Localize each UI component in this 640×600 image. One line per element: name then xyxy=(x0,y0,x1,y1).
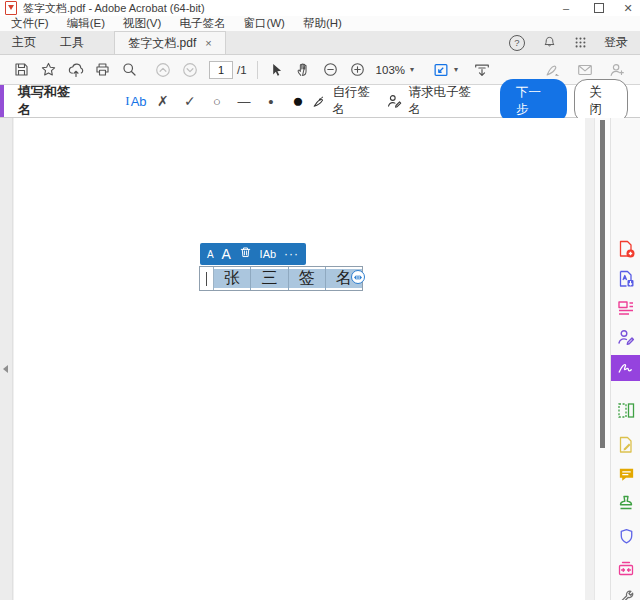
notifications-bell-icon[interactable] xyxy=(542,35,557,50)
cross-mark-tool[interactable]: ✗ xyxy=(149,89,176,113)
document-area: A A IAb ··· 张 三 签 名 xyxy=(0,118,640,600)
comb-cell-1[interactable]: 张 xyxy=(214,267,251,290)
protect-icon[interactable] xyxy=(615,525,637,547)
check-mark-tool[interactable]: ✓ xyxy=(176,89,203,113)
dot-tool[interactable]: • xyxy=(257,89,284,113)
select-tool-icon[interactable] xyxy=(263,58,290,82)
scrollbar-thumb[interactable] xyxy=(600,120,605,448)
page-number-input[interactable] xyxy=(209,61,233,79)
edit-document-icon[interactable] xyxy=(615,434,637,456)
page-count-label: /1 xyxy=(237,64,247,76)
comb-resize-handle[interactable] xyxy=(351,270,365,284)
zoom-level-select[interactable]: 103% ▾ xyxy=(371,64,419,76)
line-tool[interactable]: — xyxy=(230,89,257,113)
tab-close-icon[interactable]: × xyxy=(205,38,211,49)
create-pdf-icon[interactable] xyxy=(615,238,637,260)
request-signatures-icon xyxy=(386,92,403,110)
field-widget-toolbar: A A IAb ··· xyxy=(200,243,306,265)
search-icon[interactable] xyxy=(116,58,143,82)
add-text-tool[interactable]: IAb xyxy=(122,89,149,113)
vertical-scrollbar[interactable] xyxy=(594,118,610,600)
menu-file[interactable]: 文件(F) xyxy=(2,16,58,31)
title-bar: 签字文档.pdf - Adobe Acrobat (64-bit) – ✕ xyxy=(0,0,640,16)
circle-tool[interactable]: ○ xyxy=(203,89,230,113)
email-icon[interactable] xyxy=(571,58,598,82)
hand-tool-icon[interactable] xyxy=(290,58,317,82)
sign-yourself-button[interactable]: 自行签名 xyxy=(311,84,379,118)
organize-pages-icon[interactable] xyxy=(615,399,637,421)
menu-help[interactable]: 帮助(H) xyxy=(294,16,351,31)
zoom-in-icon[interactable] xyxy=(344,58,371,82)
comment-icon[interactable] xyxy=(615,463,637,485)
menu-view[interactable]: 视图(V) xyxy=(114,16,170,31)
menu-edit[interactable]: 编辑(E) xyxy=(58,16,114,31)
request-e-signatures-icon[interactable] xyxy=(615,326,637,348)
zoom-caret-icon: ▾ xyxy=(410,65,414,74)
previous-page-icon[interactable] xyxy=(149,58,176,82)
pdf-page[interactable] xyxy=(14,118,585,600)
toolbar-divider xyxy=(257,61,258,79)
compress-pdf-icon[interactable] xyxy=(615,558,637,580)
tab-bar-right: ? 登录 xyxy=(509,31,640,54)
increase-font-button[interactable]: A xyxy=(222,246,231,262)
export-pdf-icon[interactable] xyxy=(615,268,637,290)
next-step-button[interactable]: 下一步 xyxy=(500,79,567,123)
app-grid-icon[interactable] xyxy=(574,36,587,49)
tab-home[interactable]: 主页 xyxy=(0,31,48,54)
fit-page-caret-icon[interactable]: ▾ xyxy=(454,65,458,74)
tab-tools[interactable]: 工具 xyxy=(48,31,96,54)
menu-esign[interactable]: 电子签名 xyxy=(170,16,234,31)
sign-yourself-pen-icon xyxy=(311,93,327,110)
maximize-icon xyxy=(594,3,604,13)
fill-sign-accent-bar xyxy=(0,85,4,117)
next-page-icon[interactable] xyxy=(176,58,203,82)
toolbar-right-group xyxy=(539,58,640,82)
scroll-mode-icon[interactable] xyxy=(468,58,495,82)
add-tools-wrench-icon[interactable] xyxy=(615,586,637,600)
print-icon[interactable] xyxy=(89,58,116,82)
stamp-icon[interactable] xyxy=(615,492,637,514)
tab-bar: 主页 工具 签字文档.pdf × ? 登录 xyxy=(0,31,640,55)
sign-yourself-label: 自行签名 xyxy=(332,84,379,118)
star-favorite-icon[interactable] xyxy=(35,58,62,82)
comb-text-field[interactable]: 张 三 签 名 xyxy=(199,266,363,291)
left-panel-strip xyxy=(0,118,13,600)
more-options-button[interactable]: ··· xyxy=(284,247,299,261)
close-button[interactable]: ✕ xyxy=(619,0,637,16)
acrobat-pdf-icon xyxy=(5,1,17,15)
fill-sign-right-group: 自行签名 请求电子签名 下一步 关闭 xyxy=(311,79,640,123)
comb-resize-icon xyxy=(354,274,362,281)
decrease-font-button[interactable]: A xyxy=(207,249,214,260)
comb-cell-2[interactable]: 三 xyxy=(251,267,288,290)
right-tools-sidebar xyxy=(610,118,640,600)
comb-caret-cell[interactable] xyxy=(200,267,214,290)
help-icon[interactable]: ? xyxy=(509,35,525,51)
tab-document[interactable]: 签字文档.pdf × xyxy=(114,31,226,54)
minimize-button[interactable]: – xyxy=(557,0,575,16)
zoom-out-icon[interactable] xyxy=(317,58,344,82)
window-title: 签字文档.pdf - Adobe Acrobat (64-bit) xyxy=(23,1,205,16)
user-account-icon[interactable] xyxy=(603,58,630,82)
disc-tool[interactable]: ● xyxy=(284,89,311,113)
menu-bar: 文件(F) 编辑(E) 视图(V) 电子签名 窗口(W) 帮助(H) xyxy=(0,16,640,31)
request-signatures-label: 请求电子签名 xyxy=(408,84,479,118)
sign-in-link[interactable]: 登录 xyxy=(604,34,628,51)
sign-pen-icon[interactable] xyxy=(539,58,566,82)
collapse-panel-arrow-icon[interactable] xyxy=(3,365,8,373)
acrobat-window: 签字文档.pdf - Adobe Acrobat (64-bit) – ✕ 文件… xyxy=(0,0,640,600)
fill-and-sign-active-tool[interactable] xyxy=(611,355,640,381)
fill-sign-signature-icon xyxy=(617,360,635,376)
menu-window[interactable]: 窗口(W) xyxy=(234,16,294,31)
fill-sign-toolbar: 填写和签名 IAb ✗ ✓ ○ — • ● 自行签名 请求电子签名 下一步 关闭 xyxy=(0,85,640,118)
comb-cell-3[interactable]: 签 xyxy=(289,267,326,290)
fit-page-icon[interactable] xyxy=(427,58,454,82)
request-signatures-button[interactable]: 请求电子签名 xyxy=(386,84,479,118)
share-cloud-icon[interactable] xyxy=(62,58,89,82)
maximize-button[interactable] xyxy=(590,0,608,16)
text-style-button[interactable]: IAb xyxy=(260,248,277,260)
trash-icon xyxy=(239,245,252,259)
close-panel-button[interactable]: 关闭 xyxy=(574,79,628,123)
delete-field-button[interactable] xyxy=(239,245,252,263)
edit-pdf-icon[interactable] xyxy=(615,297,637,319)
save-icon[interactable] xyxy=(8,58,35,82)
